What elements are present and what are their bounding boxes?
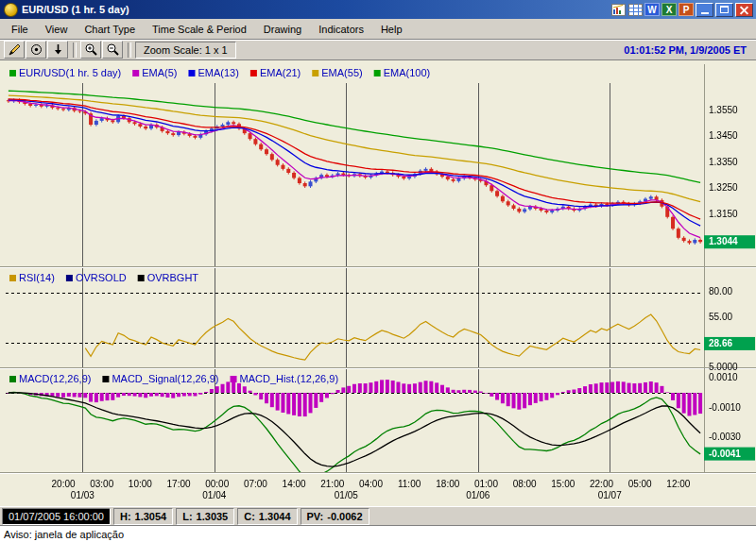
menu-bar: File View Chart Type Time Scale & Period… xyxy=(0,19,756,40)
pointer-mode-button[interactable] xyxy=(26,41,46,59)
low-label: L: xyxy=(182,511,192,522)
app-icon xyxy=(4,3,18,17)
toolbar: Zoom Scale: 1 x 1 01:01:52 PM, 1/9/2005 … xyxy=(0,40,756,60)
high-value: 1.3054 xyxy=(135,511,167,522)
excel-icon[interactable]: X xyxy=(662,3,677,16)
notice-bar: Aviso: janela de aplicação xyxy=(0,525,756,542)
word-icon[interactable]: W xyxy=(644,3,660,16)
zoom-out-button[interactable] xyxy=(102,41,123,59)
notice-text: Aviso: janela de aplicação xyxy=(4,529,124,540)
circle-dot-icon xyxy=(29,42,43,57)
close-button[interactable] xyxy=(735,3,753,17)
chart-icon[interactable] xyxy=(610,3,626,16)
menu-item-file[interactable]: File xyxy=(3,21,37,38)
clock-display: 01:01:52 PM, 1/9/2005 ET xyxy=(624,44,747,56)
pencil-icon xyxy=(8,42,22,57)
zoom-in-button[interactable] xyxy=(80,41,101,59)
titlebar-tray: W X P xyxy=(609,3,753,17)
status-high: H: 1.3054 xyxy=(113,508,173,525)
chart-area xyxy=(0,60,756,506)
window-title: EUR/USD (1 hr. 5 day) xyxy=(22,4,129,15)
zoom-scale-display: Zoom Scale: 1 x 1 xyxy=(135,42,236,59)
status-low: L: 1.3035 xyxy=(176,508,234,525)
app-window: EUR/USD (1 hr. 5 day) W X P File View Ch… xyxy=(0,0,756,542)
chart-canvas[interactable] xyxy=(0,60,756,506)
minimize-button[interactable] xyxy=(696,3,713,17)
zoom-in-icon xyxy=(84,42,98,57)
menu-item-time-scale[interactable]: Time Scale & Period xyxy=(144,21,255,38)
zoom-out-icon xyxy=(106,42,120,57)
down-arrow-icon xyxy=(51,42,65,57)
toolbar-separator xyxy=(73,42,77,58)
menu-item-help[interactable]: Help xyxy=(372,21,411,38)
close-label: C: xyxy=(244,511,255,522)
maximize-icon xyxy=(720,6,729,13)
menu-item-chart-type[interactable]: Chart Type xyxy=(76,21,144,38)
maximize-button[interactable] xyxy=(715,3,733,17)
toolbar-separator xyxy=(128,42,131,58)
menu-item-view[interactable]: View xyxy=(37,21,77,38)
pv-label: PV: xyxy=(307,511,324,522)
menu-item-drawing[interactable]: Drawing xyxy=(255,21,310,38)
title-bar[interactable]: EUR/USD (1 hr. 5 day) W X P xyxy=(0,0,756,19)
status-datetime: 01/07/2005 16:00:00 xyxy=(2,508,111,525)
scroll-down-button[interactable] xyxy=(47,41,68,59)
status-pv: PV: -0.0062 xyxy=(301,508,369,525)
powerpoint-icon[interactable]: P xyxy=(679,3,694,16)
draw-pencil-button[interactable] xyxy=(4,41,25,59)
close-value: 1.3044 xyxy=(259,511,291,522)
menu-item-indicators[interactable]: Indicators xyxy=(310,21,372,38)
table-icon[interactable] xyxy=(627,3,643,16)
high-label: H: xyxy=(120,511,131,522)
status-bar: 01/07/2005 16:00:00 H: 1.3054 L: 1.3035 … xyxy=(0,506,756,525)
status-close: C: 1.3044 xyxy=(237,508,297,525)
pv-value: -0.0062 xyxy=(327,511,362,522)
minimize-icon xyxy=(701,12,709,14)
low-value: 1.3035 xyxy=(197,511,229,522)
